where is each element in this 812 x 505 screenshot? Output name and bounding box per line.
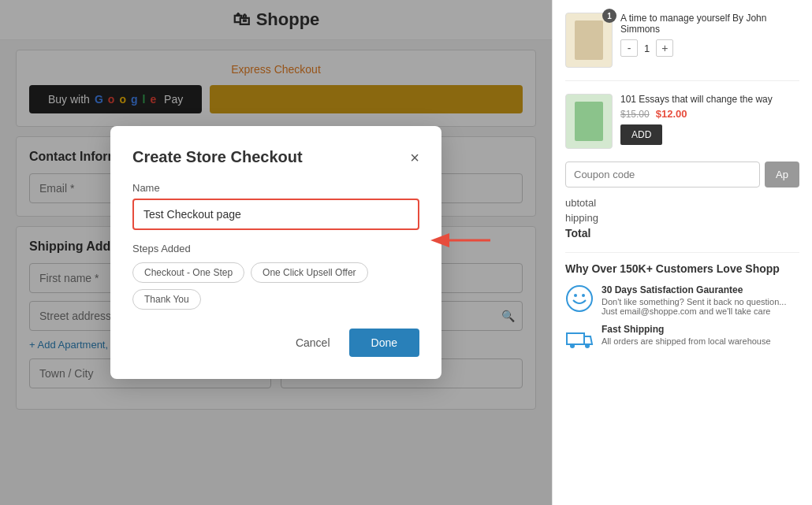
checkout-name-input[interactable] bbox=[132, 199, 419, 230]
subtotal-label: ubtotal bbox=[565, 197, 596, 209]
add-product-2-button[interactable]: ADD bbox=[620, 124, 662, 145]
qty-value-1: 1 bbox=[644, 43, 650, 54]
modal-title: Create Store Checkout bbox=[132, 148, 303, 166]
steps-chips-container: Checkout - One Step One Click Upsell Off… bbox=[132, 262, 419, 310]
modal-header: Create Store Checkout × bbox=[132, 148, 419, 166]
svg-rect-5 bbox=[567, 333, 584, 344]
product-badge-1: 1 bbox=[602, 9, 616, 23]
feature-shipping-text: Fast Shipping All orders are shipped fro… bbox=[602, 324, 771, 346]
step-chip-upsell: One Click Upsell Offer bbox=[251, 262, 367, 283]
shipping-icon bbox=[565, 324, 594, 352]
svg-point-6 bbox=[570, 343, 575, 348]
coupon-row: Ap bbox=[565, 162, 799, 188]
shipping-label: hipping bbox=[565, 212, 598, 224]
shipping-row: hipping bbox=[565, 212, 799, 224]
shipping-title: Fast Shipping bbox=[602, 324, 771, 335]
product-2-price-old: $15.00 bbox=[620, 109, 650, 120]
feature-satisfaction-text: 30 Days Satisfaction Gaurantee Don't lik… bbox=[602, 284, 799, 316]
product-2-info: 101 Essays that will change the way $15.… bbox=[620, 94, 799, 145]
svg-point-4 bbox=[582, 294, 585, 297]
shipping-desc: All orders are shipped from local wareho… bbox=[602, 336, 771, 346]
product-2-image bbox=[565, 94, 613, 149]
name-label: Name bbox=[132, 182, 419, 194]
feature-shipping: Fast Shipping All orders are shipped fro… bbox=[565, 324, 799, 352]
step-chip-checkout: Checkout - One Step bbox=[132, 262, 244, 283]
why-title: Why Over 150K+ Customers Love Shopp bbox=[565, 262, 799, 275]
svg-point-7 bbox=[585, 343, 590, 348]
done-button[interactable]: Done bbox=[349, 329, 419, 357]
apply-coupon-button[interactable]: Ap bbox=[765, 162, 799, 188]
cart-panel: 1 A time to manage yourself By John Simm… bbox=[552, 0, 812, 505]
svg-point-2 bbox=[567, 286, 592, 311]
qty-controls-1: - 1 + bbox=[620, 39, 799, 57]
total-label: Total bbox=[565, 227, 590, 240]
steps-added-label: Steps Added bbox=[132, 243, 419, 254]
product-2-price-new: $12.00 bbox=[656, 108, 687, 120]
product-2-name: 101 Essays that will change the way bbox=[620, 94, 799, 105]
modal-actions: Cancel Done bbox=[132, 329, 419, 357]
red-arrow-indicator bbox=[427, 228, 498, 252]
cart-item-2: 101 Essays that will change the way $15.… bbox=[565, 94, 799, 149]
satisfaction-desc: Don't like something? Sent it back no qu… bbox=[602, 297, 799, 316]
coupon-input[interactable] bbox=[565, 162, 760, 188]
product-1-image: 1 bbox=[565, 13, 613, 68]
create-checkout-modal: Create Store Checkout × Name bbox=[110, 126, 441, 379]
cart-item-1: 1 A time to manage yourself By John Simm… bbox=[565, 13, 799, 81]
qty-decrease-button-1[interactable]: - bbox=[620, 39, 638, 57]
svg-point-3 bbox=[574, 294, 577, 297]
feature-satisfaction: 30 Days Satisfaction Gaurantee Don't lik… bbox=[565, 284, 799, 316]
cancel-button[interactable]: Cancel bbox=[286, 330, 340, 355]
why-section: Why Over 150K+ Customers Love Shopp 30 D… bbox=[565, 252, 799, 352]
step-chip-thankyou: Thank You bbox=[132, 289, 201, 310]
satisfaction-icon bbox=[565, 284, 594, 313]
total-row: Total bbox=[565, 227, 799, 240]
satisfaction-title: 30 Days Satisfaction Gaurantee bbox=[602, 284, 799, 295]
qty-increase-button-1[interactable]: + bbox=[656, 39, 673, 57]
subtotal-row: ubtotal bbox=[565, 197, 799, 209]
product-1-name: A time to manage yourself By John Simmon… bbox=[620, 13, 799, 35]
modal-close-button[interactable]: × bbox=[410, 150, 419, 165]
modal-overlay: Create Store Checkout × Name bbox=[0, 0, 552, 505]
product-1-info: A time to manage yourself By John Simmon… bbox=[620, 13, 799, 57]
